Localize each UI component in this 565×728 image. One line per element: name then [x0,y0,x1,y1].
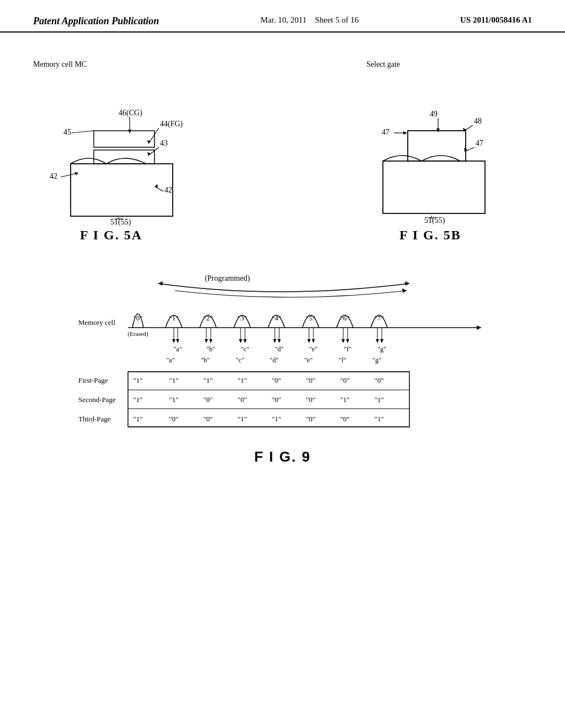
sp-v4: "0" [271,395,281,404]
sp-v3: "0" [237,395,247,404]
erased-label: (Erased) [127,330,148,338]
svg-marker-50 [278,339,281,343]
svg-marker-53 [307,339,311,343]
svg-marker-30 [405,281,409,286]
svg-line-0 [72,131,94,133]
substate-c-upper: "c" [241,345,249,353]
main-content: Memory cell MC 45 46(CG) 44(FG) 43 [0,33,565,482]
tp-v7: "1" [374,415,383,423]
svg-marker-23 [403,131,407,135]
fp-v0: "1" [133,376,142,384]
substate-e-upper: "e" [309,345,317,353]
fig9-wrap: (Programmed) Memory cell " [56,270,509,465]
substate-a-lower: "a" [166,356,174,364]
svg-marker-61 [376,339,379,343]
state-0: "0" [133,314,142,322]
second-page-label: Second-Page [78,395,116,404]
publication-title: Patent Application Publication [33,15,159,27]
substate-b-upper: "b" [206,345,215,353]
tp-v0: "1" [133,415,142,423]
state-2: "2" [203,314,212,322]
label-47a: 47 [382,128,390,136]
fig5b-title: Select gate [366,60,400,69]
label-42b: 42 [164,186,172,194]
svg-line-5 [149,147,159,155]
svg-marker-42 [209,339,212,343]
label-49: 49 [430,110,438,118]
sp-v0: "1" [133,395,142,404]
tp-v5: "0" [306,415,315,423]
label-45: 45 [63,128,71,136]
substate-g-upper: "g" [377,345,386,353]
svg-marker-62 [380,339,383,343]
figures-top-row: Memory cell MC 45 46(CG) 44(FG) 43 [33,60,532,242]
svg-marker-34 [477,325,481,330]
tp-v1: "0" [169,415,178,423]
svg-marker-31 [158,281,163,286]
substate-d-lower: "d" [270,356,279,364]
fig9-label: F I G. 9 [254,448,311,465]
svg-line-24 [466,147,475,151]
fp-v7: "0" [374,376,383,384]
fig5b-container: Select gate 49 48 47 47 [366,60,532,242]
substate-g-lower: "g" [372,356,381,364]
fp-v1: "1" [169,376,178,384]
sp-v1: "1" [169,395,178,404]
state-7: "7" [374,314,383,322]
page-header: Patent Application Publication Mar. 10, … [0,0,565,33]
svg-marker-54 [312,339,315,343]
svg-marker-2 [128,130,131,133]
svg-marker-49 [273,339,276,343]
svg-rect-27 [383,161,485,213]
label-48: 48 [474,117,482,125]
fig9-container: (Programmed) Memory cell " [33,270,532,465]
programmed-label: (Programmed) [205,274,250,283]
state-4: "4" [271,314,281,322]
fig5a-label: F I G. 5A [80,228,142,242]
svg-marker-57 [342,339,345,343]
substate-f-upper: "f" [344,345,351,353]
substate-d-upper: "d" [275,345,284,353]
tp-v2: "0" [203,415,212,423]
state-1: "1" [169,314,178,322]
svg-marker-37 [172,339,175,343]
substate-b-lower: "b" [201,356,210,364]
substate-f-lower: "f" [339,356,347,364]
svg-rect-26 [408,131,466,161]
fp-v3: "1" [237,376,247,384]
svg-marker-45 [239,339,242,343]
publication-date-sheet: Mar. 10, 2011 Sheet 5 of 16 [260,15,359,25]
substate-e-lower: "e" [304,356,312,364]
tp-v3: "1" [237,415,247,423]
label-43: 43 [160,139,168,147]
state-3: "3" [237,314,247,322]
label-42a: 42 [50,172,57,180]
sp-v5: "0" [306,395,315,404]
fig5b-svg: 49 48 47 47 [366,71,532,242]
fig5a-title: Memory cell MC [33,60,87,69]
fig5a-svg: 45 46(CG) 44(FG) 43 [33,71,221,242]
svg-marker-58 [346,339,349,343]
tp-v6: "0" [340,415,349,423]
state-6: "6" [340,314,349,322]
fig5a-container: Memory cell MC 45 46(CG) 44(FG) 43 [33,60,221,242]
svg-line-9 [61,173,77,177]
state-5: "5" [306,314,315,322]
third-page-label: Third-Page [78,415,111,423]
first-page-label: First-Page [78,376,108,384]
svg-rect-13 [71,164,173,216]
fp-v6: "0" [340,376,349,384]
label-44: 44(FG) [160,120,183,129]
publication-number: US 2011/0058416 A1 [460,15,532,25]
label-47b: 47 [476,139,483,147]
sp-v7: "1" [374,395,383,404]
svg-line-3 [149,128,159,143]
svg-rect-7 [94,131,154,147]
fp-v5: "0" [306,376,315,384]
sheet-info: Sheet 5 of 16 [315,15,359,24]
svg-marker-46 [243,339,247,343]
tp-v4: "1" [271,415,281,423]
sp-v6: "1" [340,395,349,404]
sp-v2: "0" [203,395,212,404]
fp-v2: "1" [203,376,212,384]
